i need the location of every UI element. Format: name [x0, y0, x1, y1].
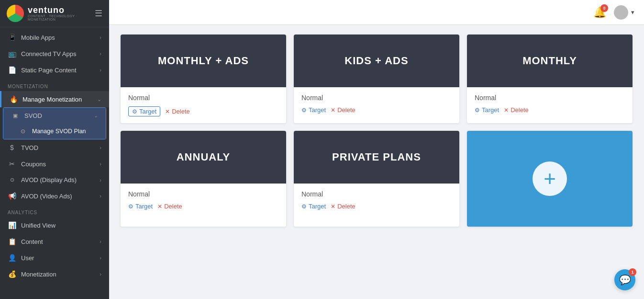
sidebar-item-connected-tv-apps[interactable]: 📺 Connected TV Apps › — [0, 46, 109, 62]
delete-button-kids-ads[interactable]: ✕ Delete — [331, 106, 355, 114]
delete-button-private-plans[interactable]: ✕ Delete — [331, 203, 355, 210]
delete-label: Delete — [172, 108, 190, 115]
target-button-annualy[interactable]: ⚙ Target — [128, 203, 153, 210]
sidebar-item-tvod[interactable]: $ TVOD › — [0, 139, 109, 156]
chat-bubble[interactable]: 💬 1 — [614, 269, 635, 290]
svod-box: ▣ SVOD ⌄ ⊙ Manage SVOD Plan — [3, 107, 106, 139]
plan-type-private-plans: Normal — [301, 190, 452, 198]
sidebar-nav: 📱 Mobile Apps › 📺 Connected TV Apps › 📄 … — [0, 27, 109, 299]
delete-button-monthly-ads[interactable]: ✕ Delete — [165, 108, 190, 115]
connected-tv-icon: 📺 — [8, 50, 16, 58]
sidebar-item-static-page-content[interactable]: 📄 Static Page Content › — [0, 62, 109, 78]
plan-type-annualy: Normal — [128, 190, 278, 198]
card-header-private-plans: PRIVATE PLANS — [294, 131, 459, 184]
delete-button-monthly[interactable]: ✕ Delete — [504, 106, 529, 114]
plan-title-monthly-ads: MONTHLY + ADS — [158, 55, 249, 67]
sidebar-item-content[interactable]: 📋 Content › — [0, 233, 109, 250]
arrow-icon: ⌄ — [94, 113, 98, 119]
add-plan-icon: + — [533, 161, 567, 196]
notification-bell[interactable]: 🔔 0 — [593, 6, 606, 19]
sidebar-label-user: User — [21, 254, 34, 262]
sidebar-label-avod-video: AVOD (Video Ads) — [21, 193, 72, 200]
plans-grid: MONTHLY + ADS Normal ⚙ Target ✕ Delete — [121, 34, 633, 227]
sidebar-label-coupons: Coupons — [21, 161, 46, 168]
target-button-kids-ads[interactable]: ⚙ Target — [301, 106, 326, 114]
delete-button-annualy[interactable]: ✕ Delete — [157, 203, 182, 210]
user-avatar — [614, 5, 628, 20]
logo-icon — [7, 5, 24, 22]
card-actions-monthly: ⚙ Target ✕ Delete — [475, 106, 625, 114]
sidebar-item-user[interactable]: 👤 User › — [0, 250, 109, 266]
logo-tagline: CONTENT · TECHNOLOGY · MONETIZATION — [28, 14, 95, 21]
arrow-icon: › — [100, 271, 101, 277]
svod-icon: ▣ — [11, 113, 20, 119]
sidebar-item-mobile-apps[interactable]: 📱 Mobile Apps › — [0, 29, 109, 46]
arrow-icon: › — [100, 67, 101, 73]
arrow-icon: ⌄ — [97, 96, 101, 103]
logo-text: ventuno CONTENT · TECHNOLOGY · MONETIZAT… — [28, 6, 95, 21]
user-icon: 👤 — [8, 254, 16, 262]
sidebar-label-manage-monetization: Manage Monetization — [22, 96, 82, 103]
sidebar-item-unified-view[interactable]: 📊 Unified View — [0, 217, 109, 233]
arrow-icon: › — [100, 239, 101, 244]
x-icon: ✕ — [157, 203, 162, 210]
plan-title-kids-ads: KIDS + ADS — [344, 55, 408, 67]
card-actions-private-plans: ⚙ Target ✕ Delete — [301, 203, 452, 210]
card-header-kids-ads: KIDS + ADS — [294, 34, 459, 87]
plan-type-monthly: Normal — [475, 94, 625, 102]
sidebar-item-coupons[interactable]: ✂ Coupons › — [0, 156, 109, 172]
sidebar-label-static: Static Page Content — [21, 67, 77, 74]
target-label: Target — [309, 203, 326, 210]
arrow-icon: › — [100, 51, 101, 57]
sidebar-label-avod-display: AVOD (Display Ads) — [21, 176, 77, 184]
avod-video-icon: 📢 — [8, 192, 16, 200]
target-button-monthly[interactable]: ⚙ Target — [475, 106, 499, 114]
mobile-apps-icon: 📱 — [8, 34, 16, 41]
sidebar-item-manage-monetization[interactable]: 🔥 Manage Monetization ⌄ — [0, 91, 109, 107]
card-body-monthly: Normal ⚙ Target ✕ Delete — [467, 87, 633, 120]
logo-area: ventuno CONTENT · TECHNOLOGY · MONETIZAT… — [7, 5, 95, 22]
sidebar-item-avod-video[interactable]: 📢 AVOD (Video Ads) › — [0, 188, 109, 204]
sidebar-item-manage-svod-plan[interactable]: ⊙ Manage SVOD Plan — [3, 124, 106, 139]
add-plan-card[interactable]: + — [467, 131, 633, 227]
sidebar: ventuno CONTENT · TECHNOLOGY · MONETIZAT… — [0, 0, 109, 299]
sidebar-label-unified-view: Unified View — [21, 222, 56, 229]
tvod-icon: $ — [8, 144, 16, 151]
plan-card-kids-ads: KIDS + ADS Normal ⚙ Target ✕ Delete — [294, 34, 459, 123]
sidebar-label-mobile-apps: Mobile Apps — [21, 34, 55, 41]
plan-card-annualy: ANNUALY Normal ⚙ Target ✕ Delete — [121, 131, 286, 227]
monetization-analytics-icon: 💰 — [8, 270, 16, 278]
chat-icon: 💬 — [619, 274, 631, 286]
card-actions-kids-ads: ⚙ Target ✕ Delete — [301, 106, 452, 114]
hamburger-icon[interactable]: ☰ — [95, 8, 102, 19]
topbar: 🔔 0 ▾ — [109, 0, 644, 25]
delete-label: Delete — [337, 203, 355, 210]
sidebar-item-svod[interactable]: ▣ SVOD ⌄ — [3, 108, 106, 124]
plan-type-kids-ads: Normal — [301, 94, 452, 102]
sidebar-label-connected-tv: Connected TV Apps — [21, 50, 76, 58]
delete-label: Delete — [337, 106, 355, 114]
arrow-icon: › — [100, 161, 101, 167]
plan-card-monthly: MONTHLY Normal ⚙ Target ✕ Delete — [467, 34, 633, 123]
sidebar-item-avod-display[interactable]: ⊙ AVOD (Display Ads) › — [0, 172, 109, 188]
sidebar-item-monetization-analytics[interactable]: 💰 Monetization › — [0, 266, 109, 282]
plan-type-monthly-ads: Normal — [128, 94, 278, 102]
card-header-annualy: ANNUALY — [121, 131, 286, 184]
target-button-monthly-ads[interactable]: ⚙ Target — [128, 106, 160, 116]
gear-icon: ⚙ — [475, 107, 480, 114]
target-button-private-plans[interactable]: ⚙ Target — [301, 203, 326, 210]
x-icon: ✕ — [331, 203, 335, 210]
coupons-icon: ✂ — [8, 160, 16, 168]
topbar-right: 🔔 0 ▾ — [593, 5, 634, 20]
gear-icon: ⚙ — [128, 203, 133, 210]
static-page-icon: 📄 — [8, 66, 16, 74]
card-header-monthly-ads: MONTHLY + ADS — [121, 34, 286, 87]
plan-card-monthly-ads: MONTHLY + ADS Normal ⚙ Target ✕ Delete — [121, 34, 286, 123]
card-body-annualy: Normal ⚙ Target ✕ Delete — [121, 184, 286, 217]
arrow-icon: › — [100, 193, 101, 199]
plan-card-private-plans: PRIVATE PLANS Normal ⚙ Target ✕ Delete — [294, 131, 459, 227]
gear-icon: ⚙ — [301, 203, 307, 210]
gear-icon: ⚙ — [132, 108, 137, 115]
user-menu[interactable]: ▾ — [614, 5, 634, 20]
add-plan-label: + — [544, 167, 556, 191]
